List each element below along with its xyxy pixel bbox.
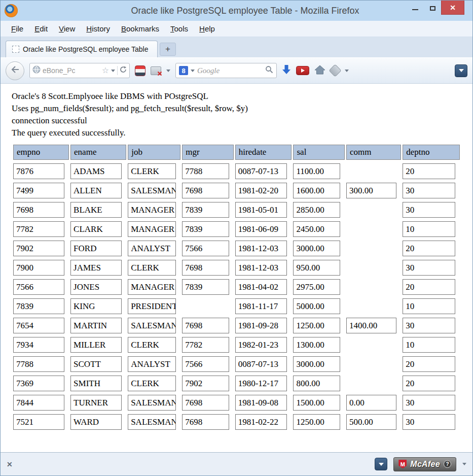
back-button[interactable] (6, 61, 24, 80)
url-input[interactable] (43, 66, 100, 75)
arrow-down-icon (459, 69, 464, 72)
table-cell: 10 (403, 221, 455, 237)
menu-tools[interactable]: Tools (165, 22, 194, 36)
new-tab-button[interactable]: + (160, 43, 176, 56)
engine-dropdown-icon[interactable] (191, 70, 195, 72)
table-cell: 30 (403, 260, 455, 276)
findbar-close-button[interactable]: ✕ (7, 460, 13, 468)
table-cell: SCOTT (70, 356, 122, 372)
extension-button[interactable] (331, 66, 340, 75)
table-cell: 7566 (13, 279, 64, 295)
maximize-button[interactable] (424, 1, 441, 15)
search-box[interactable]: 8 (175, 63, 277, 78)
employee-row: 7782CLARKMANAGER78391981-06-092450.0010 (13, 221, 460, 237)
employee-row: 7654MARTINSALESMAN76981981-09-281250.001… (13, 317, 460, 333)
table-cell: 500.00 (346, 414, 396, 430)
menu-file[interactable]: File (6, 22, 29, 36)
addon-dropdown-icon[interactable] (166, 70, 170, 72)
employee-row: 7698BLAKEMANAGER78391981-05-012850.0030 (13, 201, 460, 218)
video-downloader-icon[interactable] (135, 65, 145, 76)
table-cell: SALESMAN (128, 395, 176, 411)
extension-dropdown-icon[interactable] (345, 70, 349, 72)
table-cell: 1600.00 (293, 183, 340, 198)
mcafee-siteadvisor-button[interactable]: M McAfee ? (393, 457, 456, 471)
menu-bookmarks[interactable]: Bookmarks (116, 22, 165, 36)
table-cell: 30 (403, 318, 455, 333)
table-cell: 20 (403, 356, 455, 372)
table-cell: 1981-02-20 (235, 183, 287, 198)
table-cell: 7839 (182, 202, 229, 218)
table-header-row: empnoenamejobmgrhiredatesalcommdeptno (13, 145, 460, 160)
menu-history[interactable]: History (81, 22, 116, 36)
minimize-button[interactable] (407, 1, 424, 15)
reload-icon[interactable] (120, 66, 127, 75)
table-cell (346, 202, 396, 218)
close-button[interactable]: ✕ (441, 1, 464, 15)
table-cell: ANALYST (128, 356, 176, 372)
table-cell: MILLER (70, 337, 122, 353)
download-arrow-icon (282, 64, 291, 77)
table-cell: 1980-12-17 (235, 376, 287, 391)
title-bar: Oracle like PostgreSQL employee Table - … (1, 1, 472, 21)
table-cell: 1981-12-03 (235, 241, 287, 256)
table-cell: 7698 (182, 260, 229, 276)
table-cell: 800.00 (293, 376, 340, 391)
table-cell: 2975.00 (293, 279, 340, 295)
active-tab[interactable]: Oracle like PostgreSQL employee Table (6, 41, 158, 57)
column-header-comm: comm (346, 145, 401, 160)
employee-row: 7844TURNERSALESMAN76981981-09-081500.000… (13, 394, 460, 411)
youtube-button[interactable] (296, 66, 309, 75)
employee-row: 7499ALLENSALESMAN76981981-02-201600.0030… (13, 182, 460, 198)
table-cell: 30 (403, 395, 455, 411)
firefox-logo-icon[interactable] (5, 4, 18, 17)
mcafee-dropdown-icon[interactable] (462, 463, 466, 465)
panel-toggle-button[interactable] (455, 64, 467, 77)
employee-row: 7900JAMESCLERK76981981-12-03950.0030 (13, 259, 460, 276)
mcafee-shield-icon: M (398, 460, 407, 468)
url-dropdown-icon[interactable] (111, 70, 115, 72)
table-cell: WARD (70, 414, 122, 430)
employee-row: 7521WARDSALESMAN76981981-02-221250.00500… (13, 414, 460, 430)
table-cell (346, 260, 396, 276)
employee-row: 7876ADAMSCLERK77880087-07-131100.0020 (13, 163, 460, 179)
table-cell (346, 163, 396, 179)
downloads-button[interactable] (282, 64, 291, 77)
table-cell: CLARK (70, 221, 122, 237)
table-cell: 7900 (13, 260, 64, 276)
print-block-addon[interactable] (151, 66, 161, 75)
table-cell: 7369 (13, 376, 64, 391)
table-cell (346, 279, 396, 295)
table-cell: 0087-07-13 (235, 356, 287, 372)
table-cell: 7698 (182, 414, 229, 430)
status-panel-button[interactable] (375, 458, 387, 470)
table-cell: 7698 (182, 183, 229, 198)
table-cell: 1981-11-17 (235, 298, 287, 314)
home-button[interactable] (314, 65, 325, 77)
table-cell: 7566 (182, 241, 229, 256)
menu-view[interactable]: View (53, 22, 81, 36)
search-icon[interactable] (265, 65, 273, 76)
url-bar[interactable]: ☆ (29, 63, 130, 78)
page-heading-line: Oracle's 8 Scott.Emplyoee like DBMS with… (12, 90, 461, 103)
menu-help[interactable]: Help (194, 22, 221, 36)
status-bar: ✕ M McAfee ? (1, 452, 472, 475)
mcafee-help-icon[interactable]: ? (444, 460, 451, 468)
menu-edit[interactable]: Edit (29, 22, 53, 36)
table-cell: 7698 (182, 318, 229, 333)
search-engine-icon[interactable]: 8 (179, 66, 188, 75)
employee-row: 7934MILLERCLERK77821982-01-231300.0010 (13, 336, 460, 353)
table-cell (182, 298, 229, 314)
table-cell: 7698 (182, 395, 229, 411)
table-cell: 7566 (182, 356, 229, 372)
table-cell: MANAGER (128, 221, 176, 237)
bookmark-star-icon[interactable]: ☆ (102, 66, 109, 75)
table-cell: 1981-04-02 (235, 279, 287, 295)
tab-bar: Oracle like PostgreSQL employee Table + (1, 37, 472, 57)
table-cell: 20 (403, 241, 455, 256)
search-input[interactable] (197, 66, 263, 75)
table-cell: 7499 (13, 183, 64, 198)
table-cell: ANALYST (128, 241, 176, 256)
menu-bar: File Edit View History Bookmarks Tools H… (1, 21, 472, 37)
table-cell: SMITH (70, 376, 122, 391)
table-cell: 7782 (13, 221, 64, 237)
